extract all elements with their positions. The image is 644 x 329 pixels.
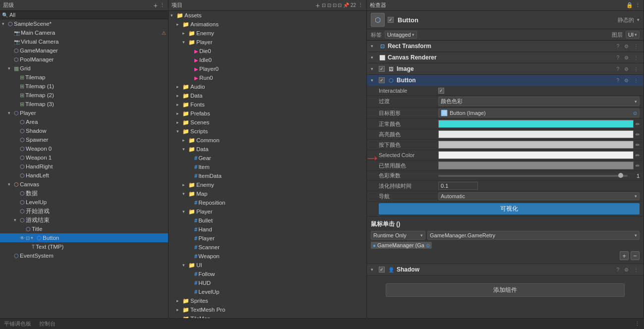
project-item-scripts[interactable]: 📁 Scripts	[169, 127, 366, 136]
project-item-enemy-anim[interactable]: 📁 Enemy	[169, 29, 366, 38]
rect-transform-header[interactable]: Rect Transform ? ⚙ ⋮	[367, 41, 644, 52]
canvas-renderer-header[interactable]: ⬜ Canvas Renderer ? ⚙ ⋮	[367, 52, 644, 63]
project-item-animations[interactable]: 📁 Animations	[169, 20, 366, 29]
project-menu-btn[interactable]: ⋮	[358, 2, 363, 8]
image-help[interactable]: ?	[615, 66, 620, 72]
target-link-icon[interactable]: ⊙	[633, 110, 637, 116]
hierarchy-item-main-camera[interactable]: 📷 Main Camera ⚠	[0, 28, 168, 37]
hierarchy-item-pool-manager[interactable]: ⬡ PoolManager	[0, 55, 168, 64]
hierarchy-item-youxi-jieshu[interactable]: ⬡ 游戏结束	[0, 216, 168, 224]
button-help[interactable]: ?	[615, 78, 620, 83]
hierarchy-item-weapon-1[interactable]: ⬡ Weapon 1	[0, 153, 168, 162]
navigation-dropdown[interactable]: Automatic ▾	[438, 192, 640, 200]
image-menu[interactable]: ⋮	[633, 66, 640, 72]
hierarchy-item-tilemap-2[interactable]: ⊞ Tilemap (2)	[0, 91, 168, 100]
hierarchy-item-event-system[interactable]: ⬡ EventSystem	[0, 251, 168, 260]
function-name-dropdown[interactable]: GameManager.GameRetry ▾	[427, 231, 640, 240]
hierarchy-item-levelup[interactable]: ⬡ LevelUp	[0, 198, 168, 207]
project-item-gear[interactable]: # Gear	[169, 154, 366, 163]
event-remove-btn[interactable]: −	[631, 251, 640, 260]
fade-duration-input[interactable]	[438, 182, 478, 190]
hierarchy-item-tilemap-3[interactable]: ⊞ Tilemap (3)	[0, 100, 168, 109]
hierarchy-item-button[interactable]: 👁⊡ ⬡ Button	[0, 233, 168, 242]
button-toggle[interactable]	[379, 77, 385, 83]
project-item-scanner[interactable]: # Scanner	[169, 243, 366, 252]
project-item-textmesh-pro[interactable]: 📁 TextMesh Pro	[169, 305, 366, 314]
hierarchy-item-text-tmp[interactable]: T Text (TMP)	[0, 242, 168, 251]
pressed-color-picker[interactable]: ✏	[636, 142, 640, 148]
project-item-sprites[interactable]: 📁 Sprites	[169, 296, 366, 305]
hierarchy-item-hand-right[interactable]: ⬡ HandRight	[0, 162, 168, 171]
project-item-scenes[interactable]: 📁 Scenes	[169, 118, 366, 127]
shadow-settings[interactable]: ⚙	[623, 267, 630, 273]
project-add-btn[interactable]: +	[316, 1, 320, 9]
target-graphic-value[interactable]: 🖼 Button (Image) ⊙	[438, 109, 640, 117]
hierarchy-add-btn[interactable]: +	[154, 1, 158, 9]
hierarchy-item-virtual-camera[interactable]: 📷 Virtual Camera	[0, 37, 168, 46]
project-item-idle0[interactable]: ▶ Idle0	[169, 55, 366, 64]
project-item-player-script[interactable]: # Player	[169, 234, 366, 243]
hierarchy-item-spawner[interactable]: ⬡ Spawner	[0, 135, 168, 144]
project-item-enemy-scripts[interactable]: 📁 Enemy	[169, 180, 366, 189]
hierarchy-menu-btn[interactable]: ⋮	[160, 2, 165, 8]
project-item-levelup-script[interactable]: # LevelUp	[169, 287, 366, 296]
rect-transform-settings[interactable]: ⚙	[623, 44, 630, 49]
normal-color-picker[interactable]: ✏	[636, 121, 640, 127]
bottom-tab-console[interactable]: 控制台	[39, 320, 56, 328]
canvas-renderer-help[interactable]: ?	[615, 55, 620, 60]
transition-dropdown[interactable]: 颜色色彩 ▾	[438, 97, 640, 106]
event-add-btn[interactable]: +	[620, 251, 629, 260]
button-menu[interactable]: ⋮	[633, 78, 640, 83]
project-item-tilemap[interactable]: 📁 TileMap	[169, 314, 366, 318]
project-item-hud[interactable]: # HUD	[169, 278, 366, 287]
add-component-button[interactable]: 添加组件	[386, 283, 625, 297]
hierarchy-item-area[interactable]: ⬡ Area	[0, 117, 168, 126]
project-item-fonts[interactable]: 📁 Fonts	[169, 100, 366, 109]
project-item-weapon[interactable]: # Weapon	[169, 252, 366, 261]
highlight-color-swatch[interactable]	[438, 130, 634, 138]
project-item-item-data[interactable]: # ItemData	[169, 171, 366, 180]
image-header[interactable]: 🖼 Image ? ⚙ ⋮	[367, 63, 644, 74]
project-item-audio[interactable]: 📁 Audio	[169, 82, 366, 91]
hierarchy-item-kaishi-youxi[interactable]: ⬡ 开始游戏	[0, 207, 168, 216]
project-item-prefabs[interactable]: 📁 Prefabs	[169, 109, 366, 118]
project-item-data[interactable]: 📁 Data	[169, 91, 366, 100]
hierarchy-item-shuju[interactable]: ⬡ 数据	[0, 189, 168, 198]
project-item-ui[interactable]: 📁 UI	[169, 261, 366, 270]
inspector-menu-btn[interactable]: ⋮	[635, 2, 641, 8]
hierarchy-item-tilemap-1[interactable]: ⊞ Tilemap (1)	[0, 82, 168, 91]
normal-color-swatch[interactable]	[438, 120, 634, 128]
button-header[interactable]: ⬡ Button ? ⚙ ⋮	[367, 75, 644, 86]
visualize-button[interactable]: 可视化	[379, 203, 640, 215]
hierarchy-item-sample-scene[interactable]: ⬡ SampleScene*	[0, 19, 168, 28]
inspector-lock-icon[interactable]: 🔒	[626, 2, 633, 8]
layer-value[interactable]: UI ▾	[626, 31, 640, 39]
bottom-menu-btn[interactable]: ⋮	[635, 321, 640, 327]
interactable-checkbox[interactable]	[438, 88, 444, 94]
project-item-hand[interactable]: # Hand	[169, 225, 366, 234]
project-item-player-anim[interactable]: 📁 Player	[169, 38, 366, 47]
hierarchy-item-hand-left[interactable]: ⬡ HandLeft	[0, 171, 168, 180]
hierarchy-item-player[interactable]: ⬡ Player	[0, 109, 168, 117]
hierarchy-item-weapon-0[interactable]: ⬡ Weapon 0	[0, 144, 168, 153]
rect-transform-menu[interactable]: ⋮	[633, 44, 640, 49]
project-item-reposition[interactable]: # Reposition	[169, 198, 366, 207]
hierarchy-item-tilemap[interactable]: ⊞ Tilemap	[0, 73, 168, 82]
eye-icon[interactable]: 👁	[20, 235, 25, 241]
color-multiplier-slider[interactable]: 1	[438, 173, 640, 179]
shadow-help[interactable]: ?	[615, 267, 620, 273]
selected-color-swatch[interactable]	[438, 151, 634, 159]
image-settings[interactable]: ⚙	[623, 66, 630, 72]
disabled-color-picker[interactable]: ✏	[636, 163, 640, 168]
object-enabled-toggle[interactable]	[388, 17, 394, 23]
project-item-player0[interactable]: ▶ Player0	[169, 64, 366, 73]
rect-transform-help[interactable]: ?	[615, 44, 620, 49]
image-toggle[interactable]	[379, 66, 385, 72]
event-obj-tag[interactable]: ● GameManager (Ga ⊙	[371, 242, 432, 249]
hierarchy-item-shadow[interactable]: ⬡ Shadow	[0, 126, 168, 135]
project-item-follow[interactable]: # Follow	[169, 270, 366, 278]
project-item-die0[interactable]: ▶ Die0	[169, 47, 366, 55]
project-item-run0[interactable]: ▶ Run0	[169, 73, 366, 82]
project-item-map[interactable]: 📁 Map	[169, 189, 366, 198]
pressed-color-swatch[interactable]	[438, 141, 634, 149]
